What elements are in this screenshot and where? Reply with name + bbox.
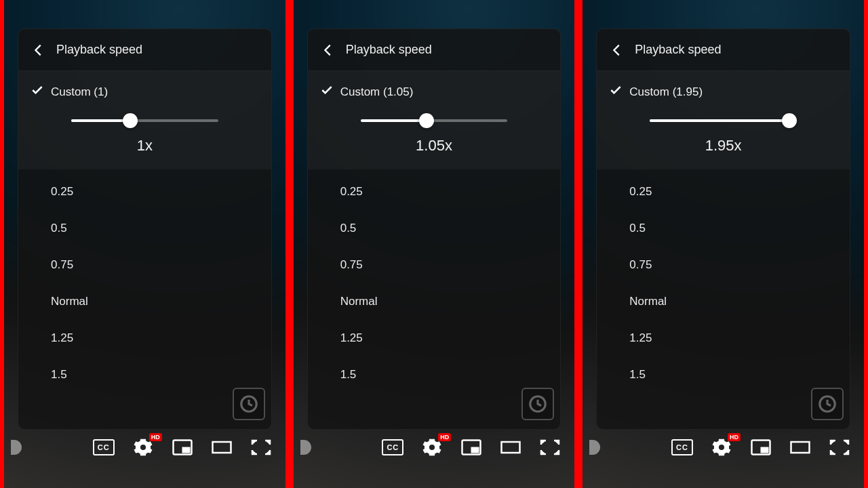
hd-badge: HD [728,433,741,441]
speed-option[interactable]: 0.75 [18,247,271,283]
player-bottom-bar: CC HD [4,430,285,465]
cc-icon: CC [382,439,403,455]
theater-icon [500,439,521,455]
captions-button[interactable]: CC [92,437,116,458]
slider-fill [71,119,130,122]
svg-rect-10 [761,447,768,453]
slider-fill [650,119,789,122]
speed-option[interactable]: Normal [308,283,561,320]
speed-option[interactable]: 1.5 [597,357,850,393]
fullscreen-button[interactable] [827,437,852,458]
custom-speed-label: Custom (1.95) [629,85,703,99]
speed-readout: 1.05x [320,137,549,155]
player-bottom-bar: CC HD [294,430,575,465]
bottom-bar-left [300,440,366,455]
miniplayer-icon [751,439,771,455]
theater-icon [212,439,232,455]
theater-mode-button[interactable] [210,437,234,458]
speed-readout: 1x [31,137,259,155]
custom-speed-label: Custom (1) [51,85,108,99]
speed-option[interactable]: 0.5 [308,210,561,247]
settings-button[interactable]: HD [709,437,734,458]
svg-rect-7 [502,442,520,453]
clock-icon [528,394,548,414]
watch-later-badge[interactable] [521,388,554,420]
theater-mode-button[interactable] [498,437,523,458]
panel-header: Playback speed [597,29,850,71]
speed-option[interactable]: 0.5 [18,210,271,247]
captions-button[interactable]: CC [380,437,405,458]
chevron-left-icon [321,43,336,58]
screenshot-column: Playback speed Custom (1) 1x 0.25 0.5 0.… [0,0,290,488]
panel-title: Playback speed [635,43,721,57]
speed-readout: 1.95x [609,137,837,155]
speed-option[interactable]: 0.75 [597,247,850,283]
cc-icon: CC [93,439,115,455]
speed-option[interactable]: Normal [18,283,271,320]
speed-slider[interactable] [650,119,797,122]
fullscreen-icon [829,439,850,455]
speed-option[interactable]: 0.25 [597,174,850,210]
panel-title: Playback speed [56,43,142,57]
speed-slider[interactable] [361,119,508,122]
svg-rect-6 [471,447,479,453]
watch-later-badge[interactable] [811,388,844,420]
theater-icon [790,439,810,455]
speed-option[interactable]: 1.5 [18,357,271,393]
miniplayer-icon [461,439,481,455]
watch-later-badge[interactable] [233,388,265,420]
speed-option[interactable]: 1.25 [18,320,271,357]
speed-option[interactable]: 0.25 [308,174,561,210]
fullscreen-button[interactable] [249,437,273,458]
chevron-left-icon [31,43,46,58]
back-button[interactable] [315,37,342,64]
fullscreen-button[interactable] [538,437,562,458]
custom-speed-label: Custom (1.05) [340,85,414,99]
slider-thumb[interactable] [123,113,138,128]
theater-mode-button[interactable] [788,437,812,458]
back-button[interactable] [604,37,631,64]
miniplayer-button[interactable] [749,437,773,458]
speed-option[interactable]: 0.25 [18,174,271,210]
progress-scrubber-peek[interactable] [300,440,311,455]
progress-scrubber-peek[interactable] [11,440,22,455]
bottom-bar-left [11,440,77,455]
svg-rect-11 [791,442,810,453]
custom-speed-block: Custom (1.95) 1.95x [597,71,850,169]
slider-thumb[interactable] [782,113,797,128]
speed-option[interactable]: 1.5 [308,357,561,393]
speed-option[interactable]: Normal [597,283,850,320]
fullscreen-icon [540,439,560,455]
custom-speed-option[interactable]: Custom (1) [31,83,259,100]
playback-speed-panel: Playback speed Custom (1.95) 1.95x 0.25 … [596,28,850,430]
check-icon [320,83,334,100]
check-icon [31,83,44,100]
settings-button[interactable]: HD [420,437,444,458]
screenshot-column: Playback speed Custom (1.95) 1.95x 0.25 … [578,0,868,488]
panel-header: Playback speed [308,29,561,71]
chevron-left-icon [610,43,625,58]
speed-option[interactable]: 0.5 [597,210,850,247]
custom-speed-block: Custom (1) 1x [18,71,271,169]
speed-option[interactable]: 1.25 [597,320,850,357]
back-button[interactable] [25,37,52,64]
miniplayer-button[interactable] [170,437,195,458]
speed-option[interactable]: 1.25 [308,320,561,357]
slider-thumb[interactable] [419,113,434,128]
custom-speed-option[interactable]: Custom (1.05) [320,83,549,100]
settings-button[interactable]: HD [131,437,155,458]
screenshot-column: Playback speed Custom (1.05) 1.05x 0.25 … [290,0,579,488]
progress-scrubber-peek[interactable] [589,440,600,455]
check-icon [609,83,623,100]
miniplayer-button[interactable] [459,437,484,458]
captions-button[interactable]: CC [670,437,694,458]
hd-badge: HD [149,433,162,441]
speed-option[interactable]: 0.75 [308,247,561,283]
fullscreen-icon [251,439,271,455]
speed-slider[interactable] [71,119,218,122]
player-bottom-bar: CC HD [583,430,864,465]
cc-icon: CC [671,439,693,455]
playback-speed-panel: Playback speed Custom (1) 1x 0.25 0.5 0.… [18,28,272,430]
custom-speed-option[interactable]: Custom (1.95) [609,83,837,100]
miniplayer-icon [172,439,193,455]
